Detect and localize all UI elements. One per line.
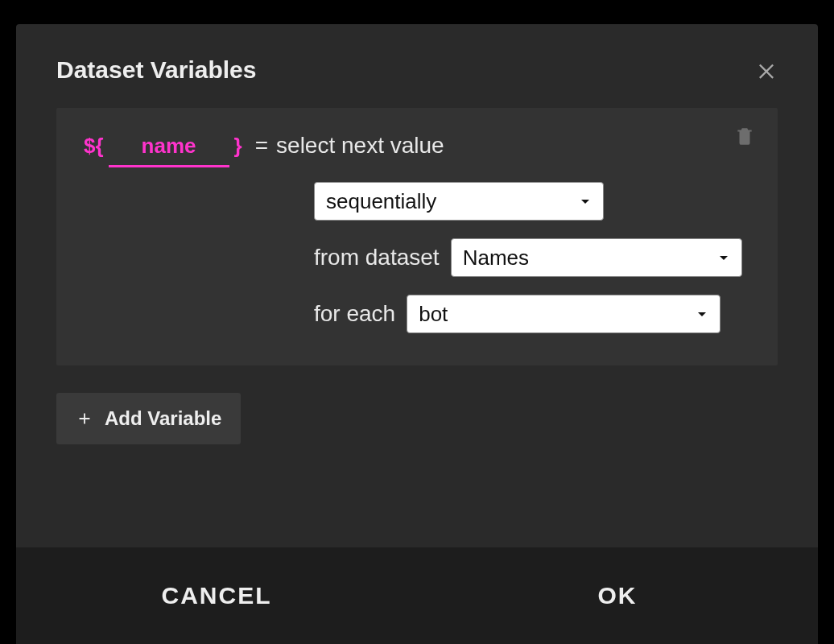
add-variable-label: Add Variable [105, 407, 221, 430]
select-next-label: select next value [276, 133, 444, 159]
add-variable-button[interactable]: Add Variable [56, 393, 241, 444]
dialog-header: Dataset Variables [16, 24, 818, 108]
cancel-button[interactable]: CANCEL [16, 547, 417, 644]
delete-variable-button[interactable] [734, 126, 755, 150]
dialog-title: Dataset Variables [56, 56, 256, 84]
plus-icon [76, 410, 93, 427]
dataset-select[interactable]: Names [451, 238, 742, 277]
trash-icon [734, 126, 755, 147]
close-button[interactable] [755, 59, 778, 81]
variable-config: sequentially from dataset Names for each… [314, 182, 750, 333]
dataset-variables-dialog: Dataset Variables ${ } = select next val… [16, 24, 818, 644]
for-each-label: for each [314, 301, 395, 327]
dialog-body: ${ } = select next value sequentially fr… [16, 108, 818, 547]
ok-button[interactable]: OK [417, 547, 818, 644]
dialog-footer: CANCEL OK [16, 547, 818, 644]
from-dataset-label: from dataset [314, 245, 440, 270]
close-icon [755, 59, 778, 81]
equals-sign: = [255, 133, 268, 159]
selection-mode-select[interactable]: sequentially [314, 182, 604, 221]
variable-definition-line: ${ } = select next value [84, 130, 750, 167]
variable-name-input[interactable] [109, 130, 229, 167]
scope-select[interactable]: bot [407, 295, 720, 333]
variable-row: ${ } = select next value sequentially fr… [56, 108, 778, 365]
syntax-close: } [234, 134, 242, 159]
syntax-open: ${ [84, 134, 104, 159]
